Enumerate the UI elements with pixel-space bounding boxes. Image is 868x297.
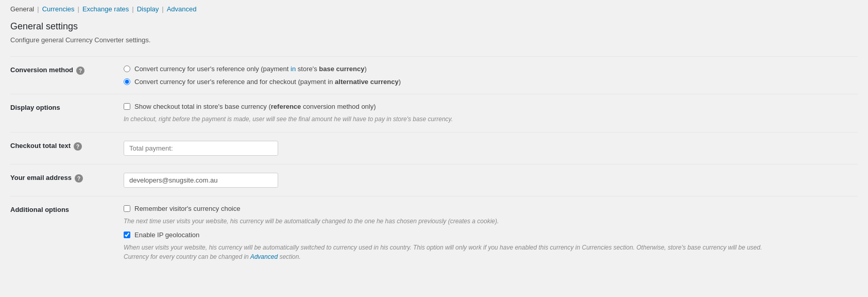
display-options-label-col: Display options — [10, 103, 124, 111]
display-options-controls: Show checkout total in store's base curr… — [124, 103, 858, 124]
display-options-row: Display options Show checkout total in s… — [10, 94, 858, 132]
nav-sep-3: | — [132, 5, 133, 13]
remember-currency-hint: The next time user visits your website, … — [124, 217, 858, 226]
nav-bar: General | Currencies | Exchange rates | … — [10, 5, 858, 13]
email-address-input[interactable] — [124, 173, 278, 188]
checkout-total-text-input[interactable] — [124, 141, 278, 156]
radio-option-reference: Convert currency for user's reference on… — [124, 65, 858, 73]
nav-item-currencies[interactable]: Currencies — [42, 5, 75, 13]
ip-geolocation-hint-suffix: section. — [278, 253, 301, 260]
checkout-total-help-icon[interactable]: ? — [74, 142, 82, 151]
email-address-controls — [124, 173, 858, 188]
show-checkout-total-label: Show checkout total in store's base curr… — [134, 103, 376, 110]
radio-alternative-label: Convert currency for user's reference an… — [134, 78, 401, 86]
email-address-help-icon[interactable]: ? — [75, 174, 83, 183]
nav-sep-4: | — [162, 5, 163, 13]
radio-reference-label: Convert currency for user's reference on… — [134, 65, 367, 73]
ip-geolocation-hint-text: When user visits your website, his curre… — [124, 244, 762, 251]
email-address-row: Your email address ? — [10, 164, 858, 196]
radio-option-alternative: Convert currency for user's reference an… — [124, 78, 858, 86]
conversion-method-help-icon[interactable]: ? — [76, 67, 84, 75]
page-description: Configure general Currency Converter set… — [10, 36, 858, 44]
in-text: in — [291, 65, 296, 73]
remember-currency-option: Remember visitor's currency choice — [124, 205, 858, 212]
conversion-method-row: Conversion method ? Convert currency for… — [10, 56, 858, 94]
additional-options-label-col: Additional options — [10, 205, 124, 213]
nav-item-exchange-rates[interactable]: Exchange rates — [82, 5, 129, 13]
nav-item-display[interactable]: Display — [137, 5, 159, 13]
remember-currency-checkbox[interactable] — [124, 205, 130, 212]
ip-geolocation-checkbox[interactable] — [124, 232, 130, 238]
checkout-total-text-row: Checkout total text ? — [10, 132, 858, 164]
ip-geolocation-hint-prefix: Currency for every country can be change… — [124, 253, 250, 260]
display-options-hint: In checkout, right before the payment is… — [124, 114, 858, 124]
show-checkout-total-option: Show checkout total in store's base curr… — [124, 103, 858, 110]
conversion-method-label: Conversion method — [10, 66, 73, 74]
radio-alternative[interactable] — [124, 78, 130, 85]
remember-currency-label: Remember visitor's currency choice — [134, 205, 241, 212]
display-options-label: Display options — [10, 104, 60, 111]
email-address-label: Your email address — [10, 174, 72, 182]
radio-reference[interactable] — [124, 65, 130, 72]
alternative-currency-text: alternative currency — [335, 78, 399, 86]
nav-item-general[interactable]: General — [10, 5, 34, 13]
nav-sep-2: | — [78, 5, 79, 13]
checkout-total-text-controls — [124, 141, 858, 156]
additional-options-row: Additional options Remember visitor's cu… — [10, 196, 858, 270]
checkout-total-text-label-col: Checkout total text ? — [10, 141, 124, 151]
ip-geolocation-hint: When user visits your website, his curre… — [124, 243, 858, 261]
additional-options-label: Additional options — [10, 206, 69, 213]
show-checkout-total-checkbox[interactable] — [124, 103, 130, 110]
reference-text: reference — [271, 103, 301, 110]
conversion-method-controls: Convert currency for user's reference on… — [124, 65, 858, 86]
email-address-label-col: Your email address ? — [10, 173, 124, 183]
advanced-link[interactable]: Advanced — [250, 253, 278, 260]
nav-sep-1: | — [37, 5, 39, 13]
ip-geolocation-option: Enable IP geolocation — [124, 231, 858, 239]
ip-geolocation-label: Enable IP geolocation — [134, 231, 199, 239]
checkout-total-text-label: Checkout total text — [10, 142, 71, 150]
nav-item-advanced[interactable]: Advanced — [167, 5, 197, 13]
additional-options-controls: Remember visitor's currency choice The n… — [124, 205, 858, 261]
page-title: General settings — [10, 21, 858, 32]
base-currency-text: base currency — [319, 65, 364, 73]
conversion-method-label-col: Conversion method ? — [10, 65, 124, 75]
